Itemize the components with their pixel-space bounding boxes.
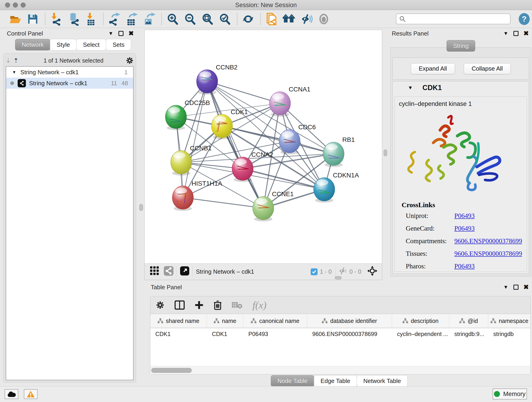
- open-in-new-window-icon[interactable]: [180, 266, 189, 277]
- column-header-name[interactable]: name: [207, 314, 243, 328]
- zoom-selected-icon[interactable]: [218, 12, 231, 26]
- network-node-cdk1[interactable]: [211, 114, 233, 138]
- crosslink-link[interactable]: P06493: [454, 262, 475, 270]
- zoom-in-icon[interactable]: [166, 12, 179, 26]
- grid-view-icon[interactable]: [150, 266, 160, 278]
- float-panel-icon[interactable]: [119, 31, 123, 36]
- hide-selected-icon[interactable]: [300, 12, 313, 26]
- tab-network-table[interactable]: Network Table: [357, 375, 408, 387]
- table-header-row[interactable]: shared namenamecanonical namedatabase id…: [150, 314, 530, 328]
- tab-string[interactable]: String: [447, 40, 475, 51]
- tab-style[interactable]: Style: [50, 39, 76, 51]
- toolbar-search-box[interactable]: [396, 13, 510, 24]
- close-panel-icon[interactable]: ✖: [524, 31, 529, 36]
- delete-column-icon[interactable]: [214, 300, 222, 310]
- network-node-hist1h1a[interactable]: [172, 186, 193, 209]
- crosslink-link[interactable]: P06493: [454, 225, 475, 232]
- table-row[interactable]: CDK1CDK1P064939606.ENSP00000378699cyclin…: [150, 328, 530, 340]
- collapse-all-networks-icon[interactable]: ⇣: [6, 57, 10, 64]
- table-cell[interactable]: 9606.ENSP00000378699: [307, 328, 392, 340]
- tab-edge-table[interactable]: Edge Table: [314, 375, 357, 387]
- birds-eye-view-icon[interactable]: [282, 12, 296, 26]
- collection-expand-icon[interactable]: ▼: [12, 70, 16, 75]
- network-edge[interactable]: [207, 81, 263, 208]
- horizontal-splitter-handle[interactable]: [335, 276, 342, 279]
- collapse-panel-icon[interactable]: ▼: [108, 31, 114, 36]
- save-session-icon[interactable]: [26, 12, 39, 26]
- column-header-namespace[interactable]: namespace: [488, 314, 530, 328]
- help-icon[interactable]: ?: [519, 13, 530, 25]
- tab-node-table[interactable]: Node Table: [271, 375, 314, 387]
- selected-checkbox-icon[interactable]: [311, 268, 317, 275]
- network-node-cdc6[interactable]: [279, 129, 300, 153]
- network-row-selected[interactable]: String Network – cdk1 11 48: [6, 78, 133, 89]
- import-network-database-icon[interactable]: [67, 12, 80, 26]
- new-network-from-selection-icon[interactable]: [265, 12, 278, 26]
- expand-all-button[interactable]: Expand All: [411, 63, 455, 74]
- pan-crosshair-icon[interactable]: [367, 266, 377, 278]
- export-image-icon[interactable]: [143, 12, 156, 26]
- crosslink-link[interactable]: 9606.ENSP00000378699: [454, 250, 522, 257]
- crosslink-link[interactable]: P06493: [454, 212, 475, 220]
- network-node-ccne1[interactable]: [253, 196, 274, 220]
- network-collection-row[interactable]: ▼ String Network – cdk1 1: [6, 67, 133, 78]
- left-splitter-handle[interactable]: [139, 204, 143, 211]
- table-options-gear-icon[interactable]: [156, 301, 165, 309]
- function-builder-icon[interactable]: f(x): [253, 299, 266, 311]
- network-graph[interactable]: CCNB2CCNA1CDC25BCDK1CDC6RB1CCNB1CCNA2CDK…: [145, 30, 382, 263]
- delete-table-icon[interactable]: [232, 301, 242, 309]
- network-share-icon[interactable]: [164, 266, 173, 277]
- cloud-status-button[interactable]: [5, 389, 18, 399]
- close-panel-icon[interactable]: ✖: [524, 285, 529, 290]
- crosslink-link[interactable]: 9606.ENSP00000378699: [454, 237, 522, 245]
- column-header-shared-name[interactable]: shared name: [150, 314, 207, 328]
- network-node-ccnb2[interactable]: [196, 70, 218, 93]
- show-columns-icon[interactable]: [175, 300, 185, 310]
- collapse-panel-icon[interactable]: ▼: [503, 284, 508, 290]
- table-cell[interactable]: cyclin–dependent ...: [392, 328, 449, 340]
- tab-network[interactable]: Network: [15, 39, 50, 51]
- scrollbar-thumb[interactable]: [151, 368, 192, 373]
- warnings-button[interactable]: [24, 389, 38, 399]
- network-edge[interactable]: [183, 198, 263, 208]
- export-network-icon[interactable]: [108, 12, 121, 26]
- column-header-database-identifier[interactable]: database identifier: [307, 314, 392, 328]
- node-table[interactable]: shared namenamecanonical namedatabase id…: [150, 314, 530, 374]
- float-panel-icon[interactable]: [513, 285, 519, 290]
- network-view[interactable]: CCNB2CCNA1CDC25BCDK1CDC6RB1CCNB1CCNA2CDK…: [144, 30, 382, 280]
- column-header--id[interactable]: @id: [449, 314, 488, 328]
- memory-button[interactable]: Memory: [493, 389, 527, 400]
- collapse-all-button[interactable]: Collapse All: [464, 63, 511, 74]
- table-cell[interactable]: stringdb: [488, 328, 530, 340]
- search-input[interactable]: [406, 16, 505, 22]
- table-cell[interactable]: CDK1: [150, 328, 207, 340]
- export-table-icon[interactable]: [125, 12, 138, 26]
- gene-collapse-icon[interactable]: ▼: [408, 85, 413, 91]
- table-cell[interactable]: stringdb:9...: [449, 328, 488, 340]
- network-node-cdkn1a[interactable]: [314, 178, 335, 201]
- show-all-icon[interactable]: [317, 12, 330, 26]
- network-node-ccna2[interactable]: [232, 157, 253, 180]
- column-header-description[interactable]: description: [392, 314, 449, 328]
- network-options-gear-icon[interactable]: [126, 57, 133, 64]
- open-session-icon[interactable]: [9, 12, 22, 26]
- import-table-file-icon[interactable]: [84, 12, 98, 26]
- network-node-ccnb1[interactable]: [171, 151, 192, 174]
- network-node-ccna1[interactable]: [269, 92, 291, 115]
- right-splitter-handle[interactable]: [384, 149, 387, 156]
- float-panel-icon[interactable]: [513, 31, 519, 36]
- expand-all-networks-icon[interactable]: ⇡: [13, 57, 18, 64]
- table-cell[interactable]: CDK1: [207, 328, 243, 340]
- collapse-panel-icon[interactable]: ▼: [503, 31, 508, 36]
- refresh-icon[interactable]: [241, 12, 255, 26]
- tab-sets[interactable]: Sets: [106, 39, 131, 51]
- table-horizontal-scrollbar[interactable]: [150, 366, 530, 374]
- column-header-canonical-name[interactable]: canonical name: [243, 314, 307, 328]
- network-node-cdc25b[interactable]: [165, 105, 186, 128]
- close-panel-icon[interactable]: ✖: [128, 31, 134, 36]
- import-network-file-icon[interactable]: [50, 12, 63, 26]
- network-node-rb1[interactable]: [323, 142, 344, 166]
- zoom-out-icon[interactable]: [183, 12, 196, 26]
- table-cell[interactable]: P06493: [243, 328, 307, 340]
- tab-select[interactable]: Select: [76, 39, 106, 51]
